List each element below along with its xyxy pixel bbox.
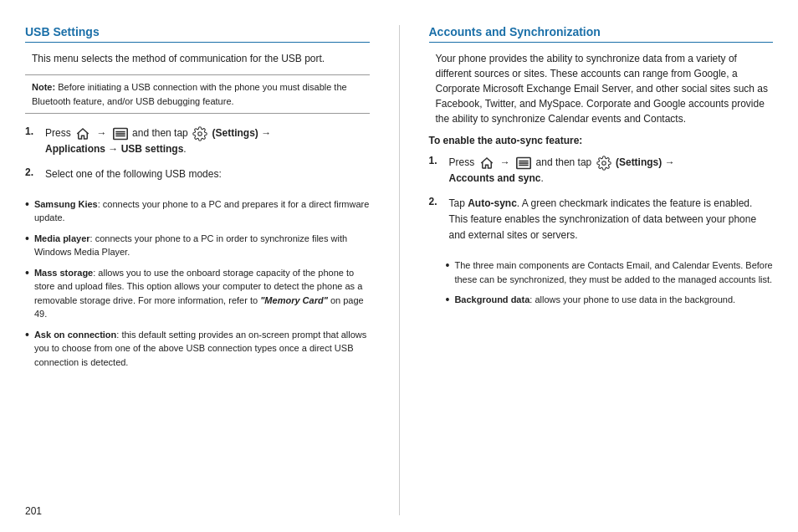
bullet-samsung-kies-text: Samsung Kies: connects your phone to a P…: [34, 197, 370, 225]
accounts-sync-desc: Your phone provides the ability to synch…: [429, 51, 774, 126]
bullet-mass-storage: • Mass storage: allows you to use the on…: [25, 266, 370, 321]
sync-step-1-num: 1.: [429, 155, 444, 166]
menu-icon: [113, 127, 128, 141]
bullet-dot: •: [25, 197, 29, 212]
right-column: Accounts and Synchronization Your phone …: [429, 25, 774, 515]
home-icon: [75, 126, 90, 141]
bullet-dot: •: [25, 266, 29, 280]
step-1-press: Press: [45, 127, 71, 139]
menu-icon-2: [516, 156, 531, 170]
settings-icon-2: [596, 156, 611, 171]
sync-step-1: 1. Press →: [429, 155, 774, 187]
svg-point-9: [601, 161, 606, 166]
usb-settings-title: USB Settings: [25, 25, 370, 43]
arrow-1: →: [96, 127, 106, 139]
sync-step-2-num: 2.: [429, 196, 444, 207]
bullet-contacts-calendar: • The three main components are Contacts…: [446, 258, 774, 286]
bullet-media-player: • Media player: connects your phone to a…: [25, 232, 370, 259]
bullet-dot: •: [25, 232, 29, 246]
left-column: USB Settings This menu selects the metho…: [25, 25, 370, 515]
note-text: Before initiating a USB connection with …: [32, 82, 347, 106]
accounts-sync-title: Accounts and Synchronization: [429, 25, 774, 43]
step-2: 2. Select one of the following USB modes…: [25, 166, 370, 182]
bullet-ask-connection-text: Ask on connection: this default setting …: [34, 328, 370, 370]
column-divider: [399, 25, 400, 515]
bullet-media-player-text: Media player: connects your phone to a P…: [34, 232, 370, 259]
step-1-middle: and then tap: [132, 127, 191, 139]
svg-point-4: [198, 132, 202, 136]
usb-settings-desc: This menu selects the method of communic…: [25, 51, 370, 66]
usb-steps: 1. Press →: [25, 125, 370, 191]
bullet-dot: •: [25, 328, 29, 342]
usb-bullet-list: • Samsung Kies: connects your phone to a…: [25, 197, 370, 376]
bullet-background-data: • Background data: allows your phone to …: [446, 293, 774, 307]
sync-step-1-press: Press: [449, 156, 478, 168]
sync-step-2-content: Tap Auto-sync. A green checkmark indicat…: [449, 196, 774, 244]
arrow-2: →: [500, 156, 510, 168]
sync-step-1-content: Press →: [449, 155, 774, 187]
bullet-dot: •: [446, 258, 450, 273]
note-box: Note: Before initiating a USB connection…: [25, 74, 370, 114]
step-2-content: Select one of the following USB modes:: [45, 166, 370, 182]
sync-step-1-middle: and then tap: [536, 156, 595, 168]
bullet-background-data-text: Background data: allows your phone to us…: [454, 293, 735, 307]
sync-steps: 1. Press →: [429, 155, 774, 252]
step-1-content: Press →: [45, 125, 370, 158]
sync-step-2: 2. Tap Auto-sync. A green checkmark indi…: [429, 196, 774, 244]
bullet-contacts-calendar-text: The three main components are Contacts E…: [454, 258, 773, 286]
bullet-ask-connection: • Ask on connection: this default settin…: [25, 328, 370, 370]
home-icon-2: [479, 156, 494, 171]
settings-icon: [192, 126, 207, 141]
step-1-num: 1.: [25, 125, 40, 137]
bullet-mass-storage-text: Mass storage: allows you to use the onbo…: [34, 266, 370, 321]
sync-bullet-list: • The three main components are Contacts…: [446, 258, 774, 314]
auto-sync-subtitle: To enable the auto-sync feature:: [429, 135, 774, 146]
bullet-samsung-kies: • Samsung Kies: connects your phone to a…: [25, 197, 370, 225]
step-1: 1. Press →: [25, 125, 370, 158]
bullet-dot: •: [446, 293, 450, 307]
step-2-num: 2.: [25, 166, 40, 178]
page-number: 201: [25, 505, 42, 517]
note-label: Note:: [32, 82, 55, 92]
